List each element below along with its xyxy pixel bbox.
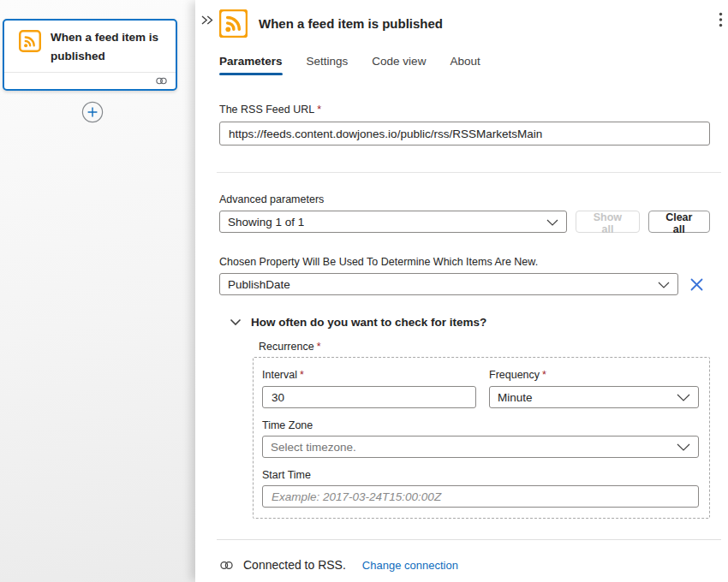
clear-all-button[interactable]: Clear all bbox=[648, 211, 710, 233]
tab-parameters[interactable]: Parameters bbox=[219, 55, 283, 75]
frequency-dropdown-value: Minute bbox=[498, 391, 533, 404]
panel-title: When a feed item is published bbox=[259, 16, 443, 31]
frequency-dropdown[interactable]: Minute bbox=[489, 386, 699, 408]
chosen-property-row: PublishDate bbox=[219, 273, 710, 295]
start-time-input[interactable] bbox=[262, 485, 699, 508]
rss-url-label: The RSS Feed URL bbox=[219, 104, 314, 116]
required-marker: * bbox=[317, 341, 321, 353]
connection-footer: Connected to RSS. Change connection bbox=[219, 558, 710, 572]
tab-settings[interactable]: Settings bbox=[307, 55, 349, 75]
footer-divider bbox=[217, 539, 721, 540]
required-marker: * bbox=[300, 369, 304, 381]
chevron-down-icon bbox=[546, 216, 558, 229]
required-marker: * bbox=[542, 369, 546, 381]
recurrence-group: Recurrence* Interval* Frequency* Minute bbox=[253, 338, 710, 519]
chosen-property-dropdown-value: PublishDate bbox=[228, 278, 290, 291]
dismiss-x-icon[interactable] bbox=[689, 277, 704, 292]
recurrence-section-toggle[interactable]: How often do you want to check for items… bbox=[230, 314, 486, 330]
frequency-field: Frequency* Minute bbox=[489, 366, 699, 408]
required-marker: * bbox=[317, 104, 321, 116]
time-zone-placeholder: Select timezone. bbox=[271, 441, 356, 454]
section-divider bbox=[217, 172, 721, 173]
flow-canvas: When a feed item is published bbox=[0, 0, 195, 582]
frequency-label-row: Frequency* bbox=[489, 366, 699, 382]
rss-url-label-row: The RSS Feed URL* bbox=[219, 101, 710, 116]
trigger-card-title: When a feed item is published bbox=[51, 28, 169, 65]
interval-frequency-row: Interval* Frequency* Minute bbox=[262, 366, 699, 408]
advanced-parameters-label: Advanced parameters bbox=[219, 193, 710, 205]
connection-status-icon bbox=[155, 74, 168, 89]
advanced-parameters-row: Showing 1 of 1 Show all Clear all bbox=[219, 211, 710, 233]
chosen-property-label: Chosen Property Will Be Used To Determin… bbox=[219, 256, 710, 268]
rss-url-input[interactable] bbox=[219, 122, 710, 146]
chevron-down-icon bbox=[677, 391, 690, 404]
interval-label: Interval bbox=[262, 369, 297, 381]
interval-field: Interval* bbox=[262, 366, 476, 408]
recurrence-label-row: Recurrence* bbox=[259, 338, 710, 353]
show-all-button[interactable]: Show all bbox=[576, 211, 639, 233]
start-time-field: Start Time bbox=[262, 469, 699, 508]
recurrence-label: Recurrence bbox=[259, 341, 314, 353]
time-zone-label: Time Zone bbox=[262, 419, 699, 431]
add-action-button[interactable] bbox=[81, 101, 104, 123]
tab-code-view[interactable]: Code view bbox=[372, 55, 426, 75]
frequency-label: Frequency bbox=[489, 369, 540, 381]
chosen-property-dropdown[interactable]: PublishDate bbox=[219, 273, 678, 295]
trigger-card[interactable]: When a feed item is published bbox=[3, 19, 177, 91]
chevron-down-icon bbox=[677, 441, 690, 454]
interval-input[interactable] bbox=[262, 386, 476, 408]
rss-icon bbox=[219, 9, 248, 38]
trigger-card-main: When a feed item is published bbox=[4, 21, 176, 72]
interval-label-row: Interval* bbox=[262, 366, 476, 382]
tab-about[interactable]: About bbox=[450, 55, 480, 75]
connection-status-text: Connected to RSS. bbox=[243, 558, 346, 572]
double-chevron-right-icon[interactable] bbox=[200, 15, 214, 26]
trigger-card-footer bbox=[4, 72, 176, 90]
start-time-label: Start Time bbox=[262, 469, 699, 481]
time-zone-field: Time Zone Select timezone. bbox=[262, 419, 699, 458]
link-connection-icon bbox=[219, 560, 234, 571]
advanced-parameters-dropdown[interactable]: Showing 1 of 1 bbox=[219, 211, 567, 233]
properties-panel: When a feed item is published Parameters… bbox=[195, 0, 728, 582]
recurrence-section-title: How often do you want to check for items… bbox=[251, 316, 486, 329]
rss-icon bbox=[19, 30, 41, 56]
chevron-down-icon bbox=[658, 278, 670, 291]
change-connection-link[interactable]: Change connection bbox=[362, 559, 458, 572]
more-vertical-icon[interactable] bbox=[715, 10, 726, 29]
panel-header: When a feed item is published bbox=[219, 9, 710, 38]
advanced-parameters-dropdown-value: Showing 1 of 1 bbox=[228, 216, 304, 229]
chevron-down-icon bbox=[230, 314, 242, 330]
tab-bar: Parameters Settings Code view About bbox=[219, 55, 710, 75]
recurrence-editor: Interval* Frequency* Minute bbox=[253, 357, 710, 519]
time-zone-dropdown[interactable]: Select timezone. bbox=[262, 436, 699, 458]
